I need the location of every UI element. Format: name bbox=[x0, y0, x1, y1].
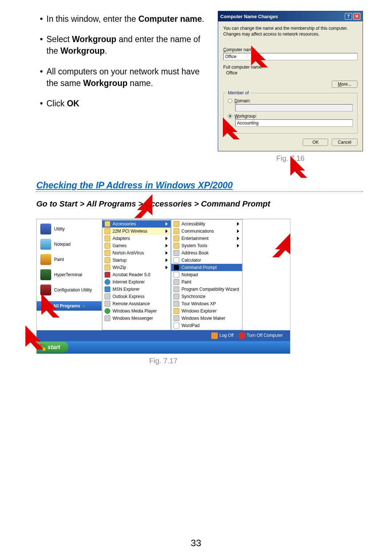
figure-caption-1: Fig. 7.16 bbox=[218, 154, 363, 163]
menu-item[interactable]: Games bbox=[102, 242, 171, 249]
chevron-right-icon bbox=[237, 222, 239, 226]
menu-label: Accessories bbox=[113, 221, 136, 226]
chevron-right-icon bbox=[166, 258, 168, 262]
logoff-button[interactable]: Log Off bbox=[211, 332, 233, 339]
pinned-label: Paint bbox=[54, 257, 64, 262]
menu-item[interactable]: Adapters bbox=[102, 235, 171, 242]
instruction-2: Select Workgroup and enter the name of t… bbox=[40, 33, 211, 57]
menu-item[interactable]: Communications bbox=[171, 228, 242, 235]
menu-item[interactable]: Remote Assistance bbox=[102, 300, 171, 307]
menu-item[interactable]: MSN Explorer bbox=[102, 286, 171, 293]
app-icon bbox=[105, 286, 110, 292]
menu-item[interactable]: Accessibility bbox=[171, 220, 242, 228]
pinned-item[interactable]: Utility bbox=[39, 221, 99, 237]
menu-item[interactable]: Tour Windows XP bbox=[171, 300, 242, 307]
menu-item[interactable]: Notepad bbox=[171, 271, 242, 278]
all-programs-button[interactable]: All Programs bbox=[37, 301, 102, 311]
app-icon bbox=[40, 224, 51, 234]
menu-item[interactable]: Internet Explorer bbox=[102, 278, 171, 286]
computer-name-dialog: Computer Name Changes ? ✕ You can change… bbox=[218, 11, 363, 151]
domain-radio[interactable]: Domain: bbox=[228, 98, 353, 103]
computer-name-label: Computer name: bbox=[223, 47, 358, 52]
instruction-4: Click OK bbox=[40, 98, 211, 109]
folder-icon bbox=[173, 228, 179, 234]
menu-item[interactable]: 22M PCI Wireless bbox=[102, 228, 171, 235]
menu-item[interactable]: Norton AntiVirus bbox=[102, 249, 171, 257]
chevron-right-icon bbox=[166, 229, 168, 233]
menu-label: Norton AntiVirus bbox=[113, 250, 144, 255]
app-icon bbox=[105, 308, 110, 314]
workgroup-input[interactable] bbox=[235, 119, 353, 127]
menu-item[interactable]: Startup bbox=[102, 257, 171, 264]
pinned-item[interactable]: HyperTerminal bbox=[39, 267, 99, 282]
dialog-titlebar: Computer Name Changes ? ✕ bbox=[218, 11, 363, 21]
menu-label: Tour Windows XP bbox=[181, 301, 216, 306]
start-pinned-column: UtilityNotepadPaintHyperTerminalConfigur… bbox=[37, 219, 102, 330]
workgroup-radio[interactable]: Workgroup: bbox=[228, 114, 353, 119]
chevron-right-icon bbox=[166, 222, 168, 226]
chevron-right-icon bbox=[166, 237, 168, 240]
pinned-item[interactable]: Notepad bbox=[39, 237, 99, 252]
chevron-right-icon bbox=[237, 229, 239, 233]
help-button[interactable]: ? bbox=[345, 13, 352, 20]
radio-checked-icon bbox=[228, 114, 232, 118]
menu-item[interactable]: WordPad bbox=[171, 322, 242, 329]
menu-item[interactable]: Command Prompt bbox=[171, 264, 242, 271]
menu-item[interactable]: Synchronize bbox=[171, 293, 242, 300]
app-icon bbox=[173, 294, 179, 299]
cancel-button[interactable]: Cancel bbox=[332, 139, 358, 146]
instruction-3: All computers on your network must have … bbox=[40, 66, 211, 89]
computer-name-input[interactable] bbox=[223, 53, 358, 60]
menu-label: System Tools bbox=[181, 243, 207, 248]
logoff-bar: Log Off Turn Off Computer bbox=[37, 330, 290, 341]
folder-icon bbox=[105, 250, 110, 256]
menu-label: Notepad bbox=[181, 272, 198, 277]
taskbar: start bbox=[37, 341, 290, 353]
menu-label: Adapters bbox=[113, 236, 130, 241]
turnoff-button[interactable]: Turn Off Computer bbox=[239, 332, 283, 339]
menu-label: Remote Assistance bbox=[113, 301, 150, 306]
menu-label: Windows Explorer bbox=[181, 308, 217, 314]
ok-button[interactable]: OK bbox=[303, 139, 328, 146]
dialog-title: Computer Name Changes bbox=[220, 14, 278, 19]
menu-item[interactable]: Program Compatibility Wizard bbox=[171, 286, 242, 293]
menu-label: Games bbox=[113, 243, 127, 248]
menu-label: Acrobat Reader 5.0 bbox=[113, 272, 150, 277]
menu-item[interactable]: Windows Explorer bbox=[171, 307, 242, 315]
pinned-item[interactable]: Paint bbox=[39, 252, 99, 267]
start-menu-screenshot: UtilityNotepadPaintHyperTerminalConfigur… bbox=[36, 219, 290, 354]
chevron-right-icon bbox=[237, 237, 239, 240]
menu-item[interactable]: Calculator bbox=[171, 257, 242, 264]
menu-item[interactable]: Windows Movie Maker bbox=[171, 315, 242, 322]
app-icon bbox=[40, 269, 51, 280]
start-button[interactable]: start bbox=[37, 342, 68, 353]
menu-label: Windows Messenger bbox=[113, 316, 153, 321]
close-button[interactable]: ✕ bbox=[353, 13, 360, 20]
menu-item[interactable]: System Tools bbox=[171, 242, 242, 249]
menu-label: MSN Explorer bbox=[113, 287, 140, 292]
menu-label: Paint bbox=[181, 279, 191, 285]
full-name-value: Office bbox=[223, 70, 358, 75]
pinned-item[interactable]: Configuration Utility bbox=[39, 282, 99, 298]
app-icon bbox=[105, 301, 110, 307]
accessories-menu: AccessibilityCommunicationsEntertainment… bbox=[171, 219, 242, 330]
menu-item[interactable]: Windows Messenger bbox=[102, 315, 171, 322]
menu-label: Calculator bbox=[181, 258, 201, 263]
power-icon bbox=[239, 332, 245, 339]
menu-item[interactable]: Accessories bbox=[102, 220, 171, 228]
menu-item[interactable]: WinZip bbox=[102, 264, 171, 271]
domain-input[interactable] bbox=[235, 104, 353, 111]
programs-menu: Accessories22M PCI WirelessAdaptersGames… bbox=[102, 219, 171, 330]
radio-unchecked-icon bbox=[228, 99, 232, 103]
chevron-right-icon bbox=[166, 251, 168, 255]
menu-item[interactable]: Address Book bbox=[171, 249, 242, 257]
menu-item[interactable]: Paint bbox=[171, 278, 242, 286]
menu-item[interactable]: Outlook Express bbox=[102, 293, 171, 300]
subheading: Go to Start > All Programs > Accessories… bbox=[36, 199, 363, 209]
menu-item[interactable]: Entertainment bbox=[171, 235, 242, 242]
folder-icon bbox=[173, 243, 179, 249]
menu-item[interactable]: Acrobat Reader 5.0 bbox=[102, 271, 171, 278]
app-icon bbox=[40, 254, 51, 265]
menu-item[interactable]: Windows Media Player bbox=[102, 307, 171, 315]
more-button[interactable]: More... bbox=[332, 81, 358, 88]
